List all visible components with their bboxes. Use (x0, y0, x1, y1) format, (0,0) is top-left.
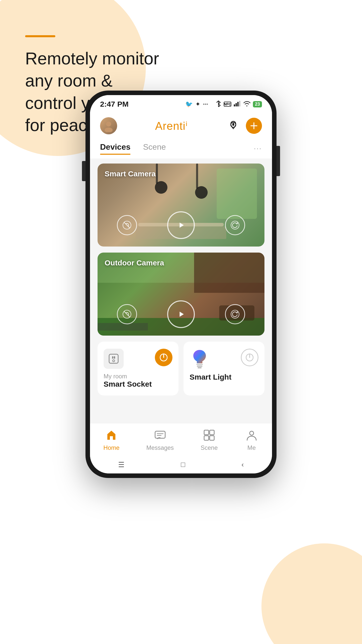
outdoor-camera-play-btn[interactable] (167, 300, 195, 328)
app-header: Arentiⁱ (90, 113, 272, 138)
svg-rect-27 (204, 430, 209, 435)
system-nav: ☰ □ ‹ (90, 456, 272, 473)
smart-camera-play-btn[interactable] (167, 211, 195, 239)
notification-icon: 🐦 (185, 101, 193, 108)
status-icons: 🐦 ✦ ••• NFC (185, 100, 262, 108)
bottom-nav: Home Messages (90, 423, 272, 456)
smart-light-info: Smart Light (190, 373, 258, 381)
svg-rect-2 (237, 102, 239, 106)
smart-camera-mute-btn[interactable] (117, 215, 137, 235)
tabs-group: Devices Scene (100, 142, 166, 155)
smart-light-icon-box (190, 349, 210, 369)
outdoor-camera-label: Outdoor Camera (105, 259, 164, 267)
pendant-light-2 (196, 164, 198, 189)
smart-socket-room: My room Smart Socket (104, 373, 172, 388)
tabs-more-button[interactable]: ··· (254, 144, 262, 152)
svg-rect-24 (155, 431, 165, 438)
nav-me-label: Me (247, 444, 256, 451)
sys-home-btn[interactable]: □ (181, 461, 185, 469)
pendant-shade-2 (195, 186, 208, 199)
svg-point-8 (232, 123, 234, 125)
avatar[interactable] (100, 117, 117, 134)
porch-ceiling (194, 253, 264, 293)
outdoor-camera-card[interactable]: Outdoor Camera (98, 253, 264, 336)
accent-line (25, 35, 55, 37)
header-actions (226, 118, 262, 134)
svg-rect-20 (196, 364, 203, 365)
smart-camera-card[interactable]: Smart Camera (98, 164, 264, 247)
svg-rect-0 (234, 104, 235, 106)
bluetooth-icon (216, 100, 221, 108)
nav-me[interactable]: Me (245, 428, 259, 451)
app-title: Arentiⁱ (155, 119, 188, 132)
tabs-bar: Devices Scene ··· (90, 138, 272, 158)
signal-icon (234, 101, 241, 107)
content-area: Smart Camera (90, 158, 272, 423)
smart-light-power-btn[interactable] (241, 349, 258, 366)
sys-back-btn[interactable]: ‹ (242, 461, 244, 469)
tab-scene[interactable]: Scene (143, 142, 166, 155)
outdoor-camera-replay-btn[interactable] (225, 304, 245, 324)
svg-rect-28 (210, 430, 214, 435)
phone-shell: 2:47 PM 🐦 ✦ ••• NFC (85, 91, 277, 478)
smart-socket-card[interactable]: My room Smart Socket (98, 342, 178, 395)
outdoor-camera-bg: Outdoor Camera (98, 253, 264, 336)
battery-badge: 23 (253, 101, 262, 107)
messages-icon (153, 428, 167, 442)
pendant-light-1 (156, 164, 158, 184)
sys-menu-btn[interactable]: ☰ (118, 461, 124, 469)
tab-devices[interactable]: Devices (100, 142, 130, 155)
app-icon-1: ✦ (195, 101, 200, 108)
bg-decor-bottom (261, 543, 362, 644)
nav-home-label: Home (103, 444, 119, 451)
nav-messages-label: Messages (146, 444, 174, 451)
lightbulb-icon (191, 349, 208, 369)
phone-device: 2:47 PM 🐦 ✦ ••• NFC (85, 91, 277, 478)
device-row: My room Smart Socket (98, 342, 264, 395)
svg-rect-21 (197, 366, 202, 367)
smart-camera-replay-btn[interactable] (225, 215, 245, 235)
outdoor-camera-mute-btn[interactable] (117, 304, 137, 324)
svg-rect-1 (236, 103, 237, 106)
nav-scene-label: Scene (201, 444, 218, 451)
smart-light-card[interactable]: Smart Light (184, 342, 264, 395)
me-icon (245, 428, 259, 442)
svg-point-5 (105, 128, 113, 132)
svg-rect-3 (239, 101, 240, 106)
more-icon: ••• (203, 101, 208, 107)
status-bar: 2:47 PM 🐦 ✦ ••• NFC (90, 95, 272, 113)
socket-icon (107, 352, 120, 365)
phone-screen: 2:47 PM 🐦 ✦ ••• NFC (90, 95, 272, 473)
nav-messages[interactable]: Messages (146, 428, 174, 451)
scene-icon (202, 428, 216, 442)
svg-point-4 (106, 122, 111, 127)
svg-point-31 (250, 431, 254, 435)
wifi-icon (243, 101, 250, 107)
smart-light-header (190, 349, 258, 369)
svg-rect-22 (198, 367, 202, 368)
outdoor-camera-controls (98, 293, 264, 336)
nav-home[interactable]: Home (103, 428, 119, 451)
smart-socket-header (104, 349, 172, 369)
nav-scene[interactable]: Scene (201, 428, 218, 451)
location-button[interactable] (226, 118, 241, 133)
svg-rect-17 (114, 356, 115, 359)
smart-socket-icon-box (104, 349, 124, 369)
smart-socket-power-btn[interactable] (155, 349, 172, 366)
status-time: 2:47 PM (100, 100, 128, 108)
svg-rect-29 (204, 436, 209, 440)
smart-camera-bg: Smart Camera (98, 164, 264, 247)
svg-rect-16 (112, 356, 113, 359)
nfc-icon: NFC (224, 102, 231, 107)
smart-camera-controls (98, 204, 264, 247)
add-button[interactable] (246, 118, 262, 134)
pendant-shade-1 (155, 181, 167, 194)
smart-camera-label: Smart Camera (105, 170, 156, 178)
svg-rect-30 (210, 436, 214, 440)
home-icon (104, 428, 118, 442)
